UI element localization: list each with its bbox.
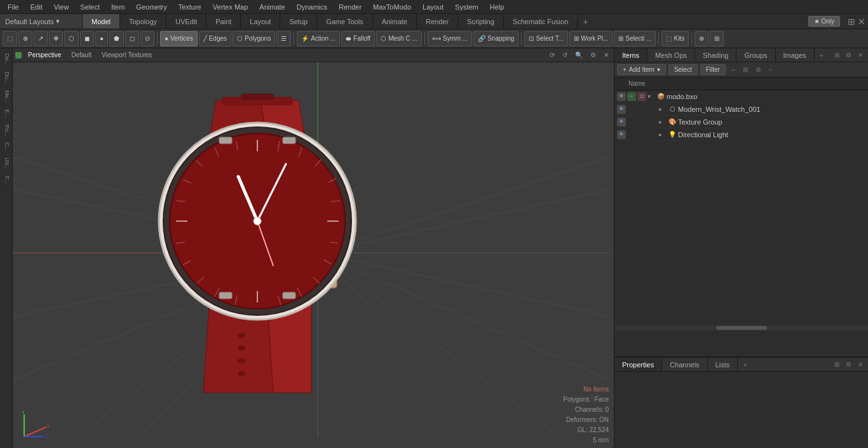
- expand-texture-group[interactable]: ▸: [659, 118, 667, 125]
- viewport-label-perspective[interactable]: Perspective: [24, 51, 65, 58]
- tree-item-modo-bxo[interactable]: 👁 + ⊡ ▾ 📦 modo.bxo: [614, 90, 868, 103]
- tool-shape-btn[interactable]: ◼: [80, 31, 94, 46]
- viewport[interactable]: Perspective Default Viewport Textures ⟳ …: [13, 48, 614, 448]
- panel-tab-shading[interactable]: Shading: [695, 48, 736, 62]
- tool-vertices-btn[interactable]: ● Vertices: [160, 31, 198, 46]
- layout-tab-schematic-fusion[interactable]: Schematic Fusion: [504, 14, 578, 29]
- tool-extra1-btn[interactable]: ⬟: [109, 31, 124, 46]
- tool-arrow-btn[interactable]: ↗: [34, 31, 48, 46]
- left-tab-f[interactable]: F...: [1, 173, 11, 186]
- layout-tab-scripting[interactable]: Scripting: [458, 14, 504, 29]
- panel-settings-icon[interactable]: ⚙: [843, 50, 854, 60]
- left-tab-uv[interactable]: UV...: [1, 155, 11, 172]
- panel-tab-images[interactable]: Images: [776, 48, 815, 62]
- tree-item-texture-group[interactable]: 👁 ▸ 🎨 Texture Group: [614, 116, 868, 128]
- tool-transform-btn[interactable]: ⊕: [18, 31, 32, 46]
- maximize-icon[interactable]: ⊞: [848, 17, 855, 27]
- scrollbar-thumb[interactable]: [716, 326, 767, 330]
- tool-snap-btn[interactable]: ⬡: [64, 31, 79, 46]
- props-tab-lists[interactable]: Lists: [708, 358, 738, 371]
- tool-circle-btn[interactable]: ●: [95, 31, 108, 46]
- tool-select-tool-btn[interactable]: ⊡ Select T...: [524, 31, 568, 46]
- tree-item-watch[interactable]: 👁 ▸ ⬡ Modern_Wrist_Watch_001: [614, 103, 868, 116]
- viewport-dot[interactable]: [15, 52, 22, 58]
- layout-tab-uvedit[interactable]: UVEdit: [166, 14, 207, 29]
- menu-view[interactable]: View: [49, 2, 74, 12]
- tool-edges-btn[interactable]: ╱ Edges: [199, 31, 231, 46]
- layout-tab-layout[interactable]: Layout: [241, 14, 280, 29]
- menu-select[interactable]: Select: [75, 2, 105, 12]
- props-settings-icon[interactable]: ⚙: [843, 360, 854, 369]
- left-tab-c[interactable]: C...: [1, 140, 11, 154]
- tool-extra3-btn[interactable]: ⊙: [140, 31, 154, 46]
- menu-vertex-map[interactable]: Vertex Map: [208, 2, 254, 12]
- tool-mesh-btn[interactable]: ⬡ Mesh C ...: [376, 31, 422, 46]
- panel-list-expand-icon[interactable]: ⊞: [740, 65, 750, 74]
- close-icon[interactable]: ✕: [858, 17, 865, 27]
- viewport-label-textures[interactable]: Viewport Textures: [98, 51, 156, 58]
- tool-grid-btn[interactable]: ⬚: [3, 31, 17, 46]
- menu-texture[interactable]: Texture: [173, 2, 207, 12]
- props-tab-properties[interactable]: Properties: [614, 358, 662, 371]
- menu-maxtomodo[interactable]: MaxToModo: [368, 2, 416, 12]
- layout-tab-model[interactable]: Model: [83, 14, 120, 29]
- left-tab-e[interactable]: E...: [1, 107, 11, 121]
- rotate-icon[interactable]: ⟳: [547, 50, 557, 60]
- menu-system[interactable]: System: [450, 2, 484, 12]
- panel-tab-groups[interactable]: Groups: [736, 48, 775, 62]
- search-icon[interactable]: 🔍: [573, 50, 585, 60]
- select-button[interactable]: Select: [668, 64, 698, 75]
- panel-list-minus-icon[interactable]: −: [766, 65, 775, 74]
- tool-fullscreen-btn[interactable]: ⊞: [710, 31, 724, 46]
- menu-animate[interactable]: Animate: [254, 2, 290, 12]
- props-tab-add[interactable]: +: [738, 361, 752, 369]
- menu-render[interactable]: Render: [334, 2, 367, 12]
- left-tab-de[interactable]: De...: [1, 51, 11, 68]
- layout-tab-add[interactable]: +: [578, 14, 593, 29]
- tool-mode-btn[interactable]: ☰: [276, 31, 291, 46]
- panel-tab-mesh-ops[interactable]: Mesh Ops: [648, 48, 695, 62]
- left-tab-me[interactable]: Me...: [1, 88, 11, 105]
- panel-tab-items[interactable]: Items: [614, 48, 648, 62]
- panel-expand-icon[interactable]: ⊞: [832, 50, 842, 60]
- layout-only-button[interactable]: ★ Only: [808, 16, 840, 27]
- undo-icon[interactable]: ↺: [560, 50, 570, 60]
- tool-action-btn[interactable]: ⚡ Action ...: [297, 31, 340, 46]
- tool-move-btn[interactable]: ✥: [49, 31, 63, 46]
- menu-geometry[interactable]: Geometry: [131, 2, 172, 12]
- tool-kits-btn[interactable]: ⬚ Kits: [661, 31, 689, 46]
- tool-globe-btn[interactable]: ⊕: [695, 31, 709, 46]
- eye-watch[interactable]: 👁: [617, 105, 626, 114]
- tool-falloff-btn[interactable]: ⬬ Falloff: [341, 31, 375, 46]
- items-tree[interactable]: 👁 + ⊡ ▾ 📦 modo.bxo 👁 ▸ ⬡ Modern_Wrist_Wa…: [614, 90, 868, 325]
- expand-light[interactable]: ▸: [659, 131, 667, 138]
- menu-file[interactable]: File: [3, 2, 24, 12]
- layout-tab-render[interactable]: Render: [417, 14, 458, 29]
- tool-selecti-btn[interactable]: ⊞ Selecti ...: [614, 31, 656, 46]
- eye2-modo-bxo[interactable]: +: [627, 92, 636, 101]
- eye-modo-bxo[interactable]: 👁: [617, 92, 626, 101]
- props-close-icon[interactable]: ✕: [855, 360, 865, 369]
- viewport-label-default[interactable]: Default: [67, 51, 95, 58]
- items-scrollbar[interactable]: [614, 325, 868, 330]
- menu-help[interactable]: Help: [485, 2, 510, 12]
- panel-list-settings-icon[interactable]: ⚙: [753, 65, 764, 74]
- menu-item[interactable]: Item: [106, 2, 130, 12]
- layout-tab-paint[interactable]: Paint: [207, 14, 241, 29]
- settings-icon[interactable]: ⚙: [588, 50, 599, 60]
- left-tab-du[interactable]: Du...: [1, 69, 11, 86]
- tool-snapping-btn[interactable]: 🔗 Snapping: [473, 31, 519, 46]
- filter-button[interactable]: Filter: [700, 64, 726, 75]
- panel-close-icon[interactable]: ✕: [855, 50, 865, 60]
- left-tab-po[interactable]: Po...: [1, 122, 11, 139]
- eye3-modo-bxo[interactable]: ⊡: [637, 92, 646, 101]
- layout-tab-gametools[interactable]: Game Tools: [317, 14, 373, 29]
- props-tab-channels[interactable]: Channels: [662, 358, 707, 371]
- panel-tab-add[interactable]: +: [815, 51, 829, 59]
- menu-edit[interactable]: Edit: [25, 2, 48, 12]
- expand-watch[interactable]: ▸: [659, 105, 667, 112]
- add-item-button[interactable]: + Add Item ▾: [617, 64, 666, 75]
- layout-tab-setup[interactable]: Setup: [280, 14, 317, 29]
- tool-symm-btn[interactable]: ⟺ Symm ...: [428, 31, 472, 46]
- menu-layout[interactable]: Layout: [417, 2, 449, 12]
